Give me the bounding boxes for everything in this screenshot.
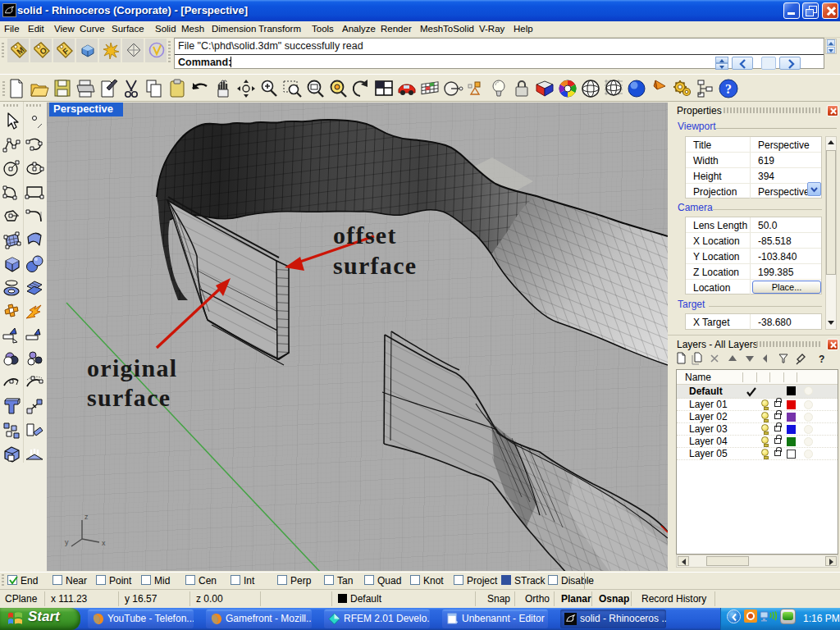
svg-text:x: x bbox=[102, 539, 106, 547]
svg-text:original: original bbox=[87, 354, 177, 381]
svg-text:surface: surface bbox=[87, 384, 171, 411]
svg-text:offset: offset bbox=[333, 221, 397, 249]
svg-text:z: z bbox=[84, 513, 89, 521]
svg-text:surface: surface bbox=[333, 252, 417, 279]
svg-text:?: ? bbox=[819, 354, 824, 365]
svg-text:?: ? bbox=[725, 82, 732, 96]
svg-text:y: y bbox=[65, 538, 69, 546]
